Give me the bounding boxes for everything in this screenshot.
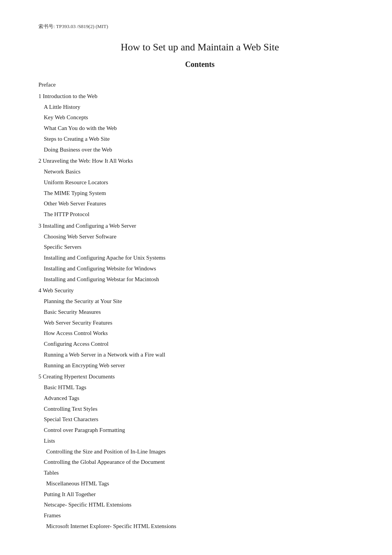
toc-item: What Can You do with the Web	[38, 123, 361, 134]
toc-item: Basic Security Measures	[38, 307, 361, 318]
toc-item: Installing and Configuring Apache for Un…	[38, 253, 361, 263]
toc-item: Control over Paragraph Formatting	[38, 425, 361, 436]
toc-item: Controlling Text Styles	[38, 404, 361, 415]
toc-item: Lists	[38, 436, 361, 447]
toc-item: A Little History	[38, 102, 361, 113]
toc-item: Preface	[38, 80, 361, 90]
toc-item: 5 Creating Hypertext Documents	[38, 372, 361, 382]
toc-item: Planning the Security at Your Site	[38, 296, 361, 307]
contents-heading: Contents	[38, 60, 361, 69]
toc-item: The HTTP Protocol	[38, 209, 361, 220]
toc-item: Doing Business over the Web	[38, 145, 361, 155]
toc-item: Network Basics	[38, 167, 361, 177]
toc-item: 4 Web Security	[38, 285, 361, 296]
toc-item: The MIME Typing System	[38, 188, 361, 199]
toc-item: Other Web Server Features	[38, 198, 361, 209]
toc-item: Advanced Tags	[38, 393, 361, 404]
toc-item: Running an Encrypting Web server	[38, 360, 361, 371]
toc-item: Choosing Web Server Software	[38, 232, 361, 242]
toc-item: Specific Servers	[38, 242, 361, 253]
toc-item: Installing and Configuring Website for W…	[38, 263, 361, 274]
toc-item: Uniform Resource Locators	[38, 177, 361, 188]
catalog-number: 索书号: TP393.03 /S819(2) (MIT)	[38, 23, 361, 30]
toc-item: Installing and Configuring Webstar for M…	[38, 274, 361, 285]
toc-item: Controlling the Global Appearance of the…	[38, 457, 361, 468]
toc-list: Preface1 Introduction to the WebA Little…	[38, 80, 361, 532]
toc-item: Controlling the Size and Position of In-…	[38, 447, 361, 457]
toc-item: Configuring Access Control	[38, 339, 361, 350]
toc-item: Frames	[38, 510, 361, 521]
toc-item: Special Text Characters	[38, 414, 361, 425]
toc-item: Tables	[38, 468, 361, 478]
toc-item: 1 Introduction to the Web	[38, 91, 361, 102]
toc-item: Running a Web Server in a Network with a…	[38, 350, 361, 360]
toc-item: Web Server Security Features	[38, 318, 361, 328]
toc-item: Steps to Creating a Web Site	[38, 134, 361, 145]
book-title: How to Set up and Maintain a Web Site	[38, 42, 361, 53]
toc-item: Netscape- Specific HTML Extensions	[38, 500, 361, 510]
toc-item: Putting It All Together	[38, 489, 361, 500]
toc-item: How Access Control Works	[38, 328, 361, 339]
toc-item: Key Web Concepts	[38, 112, 361, 123]
toc-item: Miscellaneous HTML Tags	[38, 478, 361, 489]
toc-item: Basic HTML Tags	[38, 382, 361, 393]
toc-item: 3 Installing and Configuring a Web Serve…	[38, 221, 361, 232]
toc-item: Microsoft Internet Explorer- Specific HT…	[38, 521, 361, 532]
toc-item: 2 Unraveling the Web: How It All Works	[38, 156, 361, 167]
